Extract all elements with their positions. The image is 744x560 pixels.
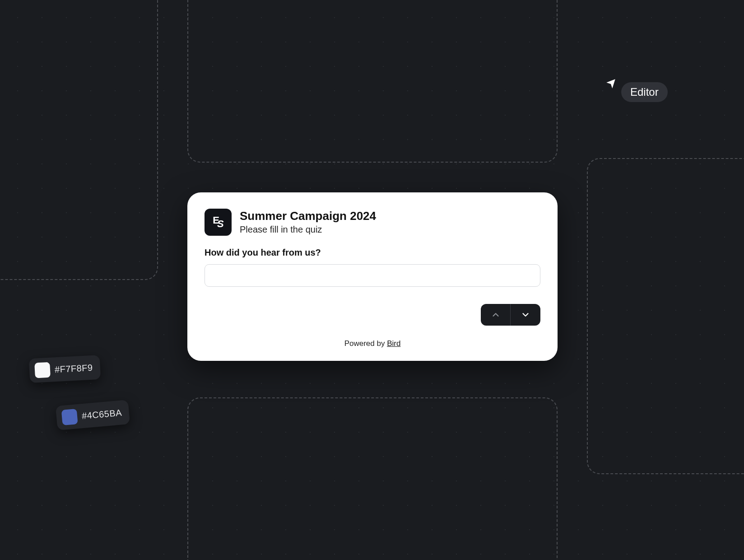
cursor-icon <box>605 78 617 89</box>
form-card: ES Summer Campaign 2024 Please fill in t… <box>187 192 558 361</box>
canvas-slot-left <box>0 0 158 280</box>
collaborator-label: Editor <box>621 82 668 102</box>
nav-group <box>481 304 540 326</box>
answer-input[interactable] <box>205 264 540 287</box>
brand-logo: ES <box>205 209 232 236</box>
prev-button[interactable] <box>481 304 511 326</box>
chevron-up-icon <box>491 310 501 320</box>
color-swatch <box>61 409 78 425</box>
nav-row <box>205 304 540 326</box>
next-button[interactable] <box>511 304 540 326</box>
color-hex-label: #F7F8F9 <box>54 362 93 374</box>
canvas-slot-bottom <box>187 397 558 560</box>
question-label: How did you hear from us? <box>205 247 540 258</box>
logo-letter-s: S <box>217 218 223 230</box>
chevron-down-icon <box>521 310 530 320</box>
footer-brand-link[interactable]: Bird <box>387 339 400 348</box>
color-swatch <box>34 362 51 378</box>
color-chip-light[interactable]: #F7F8F9 <box>29 355 101 383</box>
canvas-slot-right <box>587 158 744 474</box>
card-footer: Powered by Bird <box>205 339 540 348</box>
canvas-slot-top <box>187 0 558 163</box>
card-header: ES Summer Campaign 2024 Please fill in t… <box>205 209 540 236</box>
card-subtitle: Please fill in the quiz <box>240 224 376 235</box>
color-hex-label: #4C65BA <box>81 407 122 421</box>
card-title: Summer Campaign 2024 <box>240 210 376 223</box>
footer-prefix: Powered by <box>344 339 387 348</box>
